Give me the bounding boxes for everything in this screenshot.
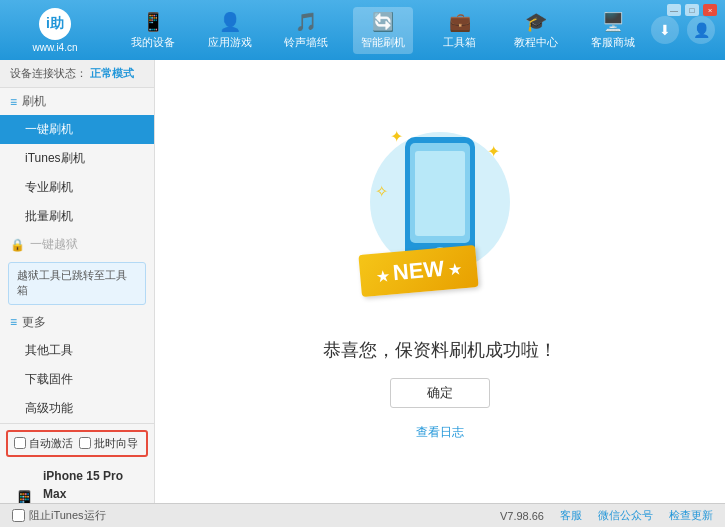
header-right: ⬇ 👤 bbox=[651, 16, 715, 44]
jailbreak-section: 🔒 一键越狱 越狱工具已跳转至工具箱 bbox=[0, 231, 154, 309]
nav-service-label: 客服商城 bbox=[591, 35, 635, 50]
apps-icon: 👤 bbox=[219, 11, 241, 33]
timed-guide-label: 批时向导 bbox=[94, 436, 138, 451]
more-section-header[interactable]: ≡ 更多 bbox=[0, 309, 154, 336]
my-device-icon: 📱 bbox=[142, 11, 164, 33]
sidebar-status: 设备连接状态： 正常模式 bbox=[0, 60, 154, 88]
sidebar-item-pro-flash[interactable]: 专业刷机 bbox=[0, 173, 154, 202]
version-text: V7.98.66 bbox=[500, 510, 544, 522]
auto-activate-input[interactable] bbox=[14, 437, 26, 449]
header: i助 www.i4.cn 📱 我的设备 👤 应用游戏 🎵 铃声墙纸 🔄 智能刷机… bbox=[0, 0, 725, 60]
status-prefix: 设备连接状态： bbox=[10, 67, 87, 79]
download-button[interactable]: ⬇ bbox=[651, 16, 679, 44]
nav-ringtones-label: 铃声墙纸 bbox=[284, 35, 328, 50]
status-value: 正常模式 bbox=[90, 67, 134, 79]
itunes-checkbox[interactable]: 阻止iTunes运行 bbox=[12, 508, 106, 523]
device-name: iPhone 15 Pro Max bbox=[43, 467, 142, 503]
nav-my-device-label: 我的设备 bbox=[131, 35, 175, 50]
more-section-label: 更多 bbox=[22, 314, 46, 331]
window-controls: — □ × bbox=[667, 4, 717, 16]
lock-icon: 🔒 bbox=[10, 238, 25, 252]
sidebar-item-download-firmware[interactable]: 下载固件 bbox=[0, 365, 154, 394]
logo-url: www.i4.cn bbox=[32, 42, 77, 53]
nav-smart-flash[interactable]: 🔄 智能刷机 bbox=[353, 7, 413, 54]
main-layout: 设备连接状态： 正常模式 ≡ 刷机 一键刷机 iTunes刷机 专业刷机 bbox=[0, 60, 725, 503]
ringtones-icon: 🎵 bbox=[295, 11, 317, 33]
sidebar-item-one-click-flash[interactable]: 一键刷机 bbox=[0, 115, 154, 144]
nav-bar: 📱 我的设备 👤 应用游戏 🎵 铃声墙纸 🔄 智能刷机 💼 工具箱 🎓 bbox=[115, 7, 651, 54]
status-left: 阻止iTunes运行 bbox=[12, 508, 106, 523]
tutorial-icon: 🎓 bbox=[525, 11, 547, 33]
sparkle-3: ✧ bbox=[375, 182, 388, 201]
phone-illustration: ✦ ✦ ✧ NEW bbox=[360, 122, 520, 322]
check-update-link[interactable]: 检查更新 bbox=[669, 508, 713, 523]
nav-apps-games[interactable]: 👤 应用游戏 bbox=[200, 7, 260, 54]
minimize-button[interactable]: — bbox=[667, 4, 681, 16]
service-icon: 🖥️ bbox=[602, 11, 624, 33]
sidebar-item-itunes-flash[interactable]: iTunes刷机 bbox=[0, 144, 154, 173]
toolbox-icon: 💼 bbox=[449, 11, 471, 33]
flash-section: ≡ 刷机 一键刷机 iTunes刷机 专业刷机 批量刷机 bbox=[0, 88, 154, 231]
flash-section-header[interactable]: ≡ 刷机 bbox=[0, 88, 154, 115]
new-badge: NEW bbox=[358, 245, 478, 297]
status-right: V7.98.66 客服 微信公众号 检查更新 bbox=[500, 508, 713, 523]
close-button[interactable]: × bbox=[703, 4, 717, 16]
sidebar-item-other-tools[interactable]: 其他工具 bbox=[0, 336, 154, 365]
sidebar: 设备连接状态： 正常模式 ≡ 刷机 一键刷机 iTunes刷机 专业刷机 bbox=[0, 60, 155, 503]
confirm-button[interactable]: 确定 bbox=[390, 378, 490, 408]
nav-my-device[interactable]: 📱 我的设备 bbox=[123, 7, 183, 54]
logo: i助 www.i4.cn bbox=[10, 8, 100, 53]
nav-smart-flash-label: 智能刷机 bbox=[361, 35, 405, 50]
sparkle-2: ✦ bbox=[487, 142, 500, 161]
phone-screen-inner bbox=[415, 151, 465, 236]
log-link[interactable]: 查看日志 bbox=[416, 424, 464, 441]
success-text: 恭喜您，保资料刷机成功啦！ bbox=[323, 338, 557, 362]
timed-guide-input[interactable] bbox=[79, 437, 91, 449]
success-container: ✦ ✦ ✧ NEW 恭喜您，保资料刷机成功啦！ 确 bbox=[323, 122, 557, 441]
status-bar: 阻止iTunes运行 V7.98.66 客服 微信公众号 检查更新 bbox=[0, 503, 725, 527]
sparkle-1: ✦ bbox=[390, 127, 403, 146]
jailbreak-section-header: 🔒 一键越狱 bbox=[0, 231, 154, 258]
auto-activate-checkbox[interactable]: 自动激活 bbox=[14, 436, 73, 451]
flash-section-label: 刷机 bbox=[22, 93, 46, 110]
device-phone-icon: 📱 bbox=[12, 489, 37, 503]
customer-service-link[interactable]: 客服 bbox=[560, 508, 582, 523]
logo-icon: i助 bbox=[39, 8, 71, 40]
nav-toolbox[interactable]: 💼 工具箱 bbox=[430, 7, 490, 54]
more-icon: ≡ bbox=[10, 315, 17, 329]
more-section: ≡ 更多 其他工具 下载固件 高级功能 bbox=[0, 309, 154, 423]
sidebar-bottom: 自动激活 批时向导 📱 iPhone 15 Pro Max 512GB iPho… bbox=[0, 423, 154, 503]
itunes-checkbox-input[interactable] bbox=[12, 509, 25, 522]
itunes-label: 阻止iTunes运行 bbox=[29, 508, 106, 523]
wechat-link[interactable]: 微信公众号 bbox=[598, 508, 653, 523]
phone-screen bbox=[410, 143, 470, 243]
nav-tutorial-label: 教程中心 bbox=[514, 35, 558, 50]
sidebar-item-batch-flash[interactable]: 批量刷机 bbox=[0, 202, 154, 231]
restore-button[interactable]: □ bbox=[685, 4, 699, 16]
nav-service[interactable]: 🖥️ 客服商城 bbox=[583, 7, 643, 54]
content-area: ✦ ✦ ✧ NEW 恭喜您，保资料刷机成功啦！ 确 bbox=[155, 60, 725, 503]
auto-activate-label: 自动激活 bbox=[29, 436, 73, 451]
timed-guide-checkbox[interactable]: 批时向导 bbox=[79, 436, 138, 451]
smart-flash-icon: 🔄 bbox=[372, 11, 394, 33]
nav-ringtones[interactable]: 🎵 铃声墙纸 bbox=[276, 7, 336, 54]
jailbreak-label: 一键越狱 bbox=[30, 236, 78, 253]
nav-toolbox-label: 工具箱 bbox=[443, 35, 476, 50]
device-info: 📱 iPhone 15 Pro Max 512GB iPhone bbox=[6, 463, 148, 503]
nav-tutorial[interactable]: 🎓 教程中心 bbox=[506, 7, 566, 54]
flash-section-icon: ≡ bbox=[10, 95, 17, 109]
jailbreak-notice: 越狱工具已跳转至工具箱 bbox=[8, 262, 146, 305]
device-checkbox-row: 自动激活 批时向导 bbox=[6, 430, 148, 457]
user-button[interactable]: 👤 bbox=[687, 16, 715, 44]
sidebar-item-advanced[interactable]: 高级功能 bbox=[0, 394, 154, 423]
nav-apps-label: 应用游戏 bbox=[208, 35, 252, 50]
device-details: iPhone 15 Pro Max 512GB iPhone bbox=[43, 467, 142, 503]
